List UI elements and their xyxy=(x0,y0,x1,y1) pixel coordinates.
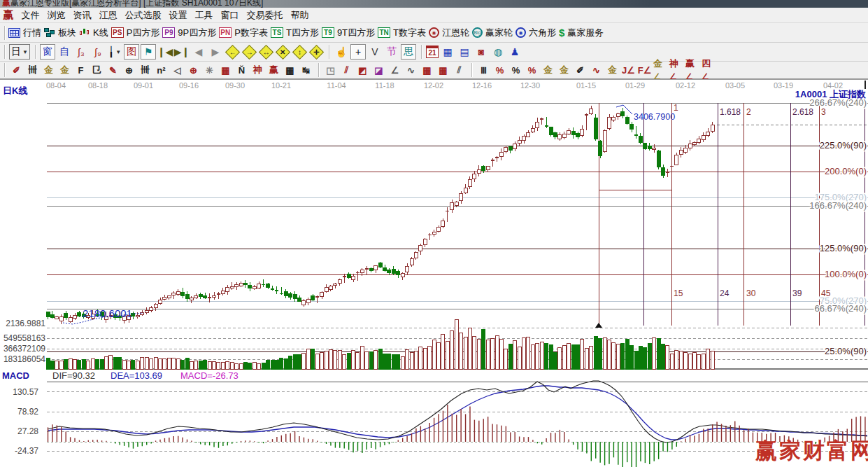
left-axis-labels: 2136.9881549558163366372109183186054130.… xyxy=(3,319,45,456)
svg-text:549558163: 549558163 xyxy=(3,333,45,343)
svg-text:24: 24 xyxy=(720,288,730,298)
svg-text:1.618: 1.618 xyxy=(720,107,741,117)
svg-text:15: 15 xyxy=(674,288,683,298)
dea-value: DEA=103.69 xyxy=(111,370,162,381)
volume-series xyxy=(46,319,714,369)
svg-text:45: 45 xyxy=(821,288,831,298)
low-price-annotation: 2180.6001 xyxy=(83,307,132,319)
application-window: 赢赢家江恩专业版[赢家江恩分析平台] [上证指数 SH1A0001 107日K线… xyxy=(0,0,868,467)
symbol-label: 1A0001 上证指数 xyxy=(795,89,866,99)
main-chart[interactable]: 266.67%(240)225.0%(90)200.0%(0)175.0%(27… xyxy=(0,0,868,467)
svg-text:366372109: 366372109 xyxy=(3,344,45,354)
svg-text:225.0%(90): 225.0%(90) xyxy=(820,140,867,151)
gann-horizontal-lines xyxy=(47,103,868,309)
svg-text:2: 2 xyxy=(746,107,751,117)
svg-text:-24.37: -24.37 xyxy=(15,446,38,456)
svg-text:30: 30 xyxy=(746,288,756,298)
macd-title: MACD xyxy=(2,370,29,381)
candlestick-series xyxy=(46,106,714,324)
svg-text:27.28: 27.28 xyxy=(17,426,38,436)
period-label: 日K线 xyxy=(3,85,27,96)
svg-text:1: 1 xyxy=(674,103,678,113)
macd-header: MACDDIF=90.32DEA=103.69MACD=-26.73 xyxy=(2,370,239,381)
svg-text:100.0%(0): 100.0%(0) xyxy=(825,269,867,279)
macd-value: MACD=-26.73 xyxy=(180,370,239,381)
svg-text:39: 39 xyxy=(792,288,802,298)
svg-text:3: 3 xyxy=(821,107,826,117)
svg-text:166.67%(240): 166.67%(240) xyxy=(809,200,867,211)
watermark: 赢家财富网 xyxy=(755,436,868,466)
svg-text:2.618: 2.618 xyxy=(792,107,813,117)
svg-text:125.0%(90): 125.0%(90) xyxy=(820,243,867,253)
svg-text:2136.9881: 2136.9881 xyxy=(6,319,45,328)
high-price-annotation: 3406.7900 xyxy=(634,112,675,122)
svg-text:25.0%(90): 25.0%(90) xyxy=(825,346,867,356)
svg-text:130.57: 130.57 xyxy=(13,387,38,397)
svg-text:78.92: 78.92 xyxy=(17,407,38,417)
svg-text:200.0%(0): 200.0%(0) xyxy=(825,166,867,176)
annotations: 3406.79002180.6001 xyxy=(63,105,675,324)
macd-histogram xyxy=(48,405,865,467)
svg-text:183186054: 183186054 xyxy=(3,354,45,364)
macd-pane xyxy=(47,381,868,451)
svg-text:66.67%(240): 66.67%(240) xyxy=(815,303,867,314)
dif-value: DIF=90.32 xyxy=(52,370,95,381)
